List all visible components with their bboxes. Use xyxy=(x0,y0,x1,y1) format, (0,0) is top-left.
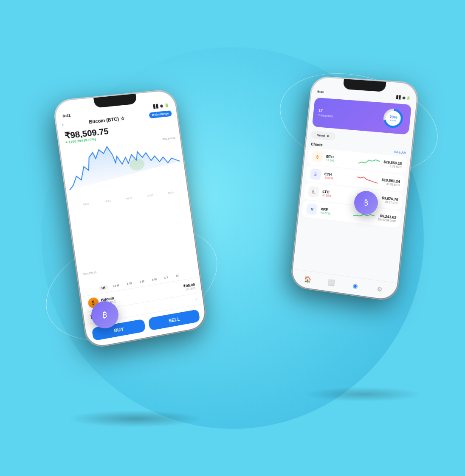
send-icon: ➤ xyxy=(326,134,330,138)
filter-1w[interactable]: 1 W xyxy=(124,280,135,287)
filter-1m[interactable]: 1 M xyxy=(137,278,147,285)
scene: 9:41 ▋▋ ◉ 🔋 ‹ Bitcoin (BTC) ☆ ⇄ Exchange xyxy=(0,0,465,476)
see-all-button[interactable]: See All xyxy=(394,150,406,155)
crypto-info-eth: ETH -0.82% xyxy=(324,171,354,182)
floating-btc-coin-2: ₿ xyxy=(354,191,378,215)
exchange-button[interactable]: ⇄ Exchange xyxy=(149,110,172,118)
portfolio-card-left: 17 Transactions xyxy=(318,108,334,118)
filter-6m[interactable]: 6 M xyxy=(149,277,160,283)
coin-value-right: ₹00.00 00.00% xyxy=(183,282,195,291)
eth-symbol-icon: Ξ xyxy=(314,172,317,176)
filter-all[interactable]: All xyxy=(173,273,182,279)
phone2-signal-icons: ▋▋ ◉ 🔋 xyxy=(396,95,411,101)
crypto-list: ₿ BTC +1.6% $29,850.15 2.73 B xyxy=(293,147,411,283)
crypto-prices-btc: $29,850.15 2.73 BTC xyxy=(383,160,402,168)
nav-portfolio-icon[interactable]: ⬜ xyxy=(326,277,336,288)
send-label: Send xyxy=(317,133,325,138)
crypto-logo-ltc: Ł xyxy=(308,186,320,198)
phone2-time: 9:41 xyxy=(317,90,324,94)
nav-home-icon[interactable]: 🏠 xyxy=(303,274,313,285)
btc-coin-1-icon: ₿ xyxy=(103,310,107,320)
nav-settings-icon[interactable]: ⚙ xyxy=(375,284,385,294)
sell-button[interactable]: SELL xyxy=(148,309,200,331)
floating-btc-coin-1: ₿ xyxy=(91,301,118,328)
donut-chart-container: 70% Limit xyxy=(380,106,406,131)
star-icon[interactable]: ☆ xyxy=(120,115,125,121)
filter-1h[interactable]: 1H xyxy=(99,285,108,291)
back-button[interactable]: ‹ xyxy=(62,123,64,127)
charts-title: Charts xyxy=(311,142,323,147)
filter-24h[interactable]: 24 H xyxy=(110,283,122,289)
phone1-signal-icons: ▋▋ ◉ 🔋 xyxy=(153,103,169,109)
btc-symbol-icon: ₿ xyxy=(316,154,319,159)
crypto-info-xrp: XRP +0.27% xyxy=(320,207,350,217)
donut-label: 70% Limit xyxy=(389,115,397,122)
mini-chart-eth xyxy=(356,174,379,186)
crypto-info-btc: BTC +1.6% xyxy=(326,154,356,164)
btc-coin-2-icon: ₿ xyxy=(364,199,368,207)
crypto-logo-btc: ₿ xyxy=(312,151,324,163)
ltc-symbol-icon: Ł xyxy=(312,189,316,195)
back-icon: ‹ xyxy=(62,123,64,127)
send-button[interactable]: Send ➤ xyxy=(311,131,336,141)
portfolio-card: 17 Transactions 70% xyxy=(312,98,412,135)
phone1-shadow xyxy=(68,410,204,427)
filter-1y[interactable]: 1 Y xyxy=(161,274,171,280)
transactions-chevron: › xyxy=(195,297,197,302)
phone1-time: 9:41 xyxy=(62,113,71,118)
chart-area: ₹96,879.35 xyxy=(60,132,198,287)
phone2-inner: 9:41 ▋▋ ◉ 🔋 17 Transactions xyxy=(291,77,418,300)
phone2-outer: 9:41 ▋▋ ◉ 🔋 17 Transactions xyxy=(290,76,420,302)
crypto-prices-eth: $10,561.24 47.81 ETH xyxy=(381,177,400,187)
mini-chart-btc xyxy=(358,156,381,168)
portfolio-sub-label: Transactions xyxy=(318,113,334,118)
coin-name-label: Bitcoin (BTC) xyxy=(89,116,119,124)
phone2-shadow xyxy=(304,387,423,402)
phone2: 9:41 ▋▋ ◉ 🔋 17 Transactions xyxy=(290,76,420,302)
crypto-logo-xrp: ✕ xyxy=(306,203,318,215)
crypto-logo-eth: Ξ xyxy=(310,168,321,180)
phone2-screen: 9:41 ▋▋ ◉ 🔋 17 Transactions xyxy=(291,77,418,300)
crypto-info-ltc: LTC -2.10% xyxy=(322,189,354,200)
crypto-prices-xrp: $5,241.62 16442.68 XRP xyxy=(378,213,397,222)
nav-chart-icon[interactable]: ◉ xyxy=(350,280,361,291)
chart-low-label: ₹94,279.18 xyxy=(83,271,96,276)
crypto-prices-ltc: $3,676.76 39.27 LTC xyxy=(381,196,398,204)
xrp-symbol-icon: ✕ xyxy=(310,207,314,212)
